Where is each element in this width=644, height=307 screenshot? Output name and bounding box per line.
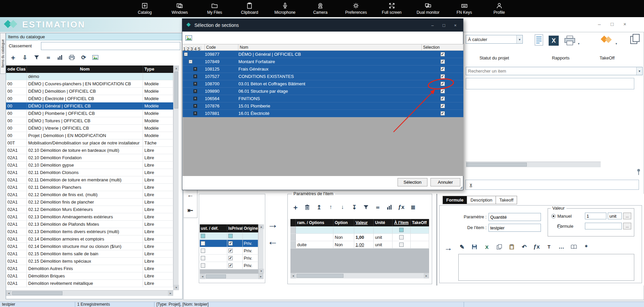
checkbox[interactable]: ✓ bbox=[228, 241, 233, 246]
section-row[interactable]: +10989006.01 Structure par étage✓ bbox=[183, 88, 463, 95]
move-up-icon[interactable]: ↑ bbox=[327, 204, 334, 211]
apply-arrow-icon[interactable]: → bbox=[444, 243, 452, 253]
scroll-down-icon[interactable]: ▼ bbox=[259, 269, 264, 273]
catalog-row[interactable]: 02A102.12 Démolition de finis ext. (mult… bbox=[6, 191, 173, 199]
print-report-icon[interactable] bbox=[564, 36, 576, 47]
catalog-row[interactable]: 02A102.15 Démolition items salle de bain… bbox=[6, 250, 173, 258]
empty-field[interactable] bbox=[466, 78, 634, 89]
checkbox[interactable] bbox=[201, 241, 205, 246]
formula-textarea[interactable] bbox=[458, 254, 634, 281]
param-row[interactable]: duiteNon1,00unit bbox=[290, 241, 429, 249]
table-row[interactable]: ✓Priv. bbox=[200, 240, 258, 247]
checkbox[interactable]: ✓ bbox=[228, 256, 233, 260]
column-header-nom[interactable]: Nom bbox=[27, 65, 143, 73]
scrollbar-thumb[interactable] bbox=[296, 274, 343, 278]
section-row[interactable]: +106564FINITIONS✓ bbox=[183, 95, 463, 102]
tree-expander-icon[interactable]: − bbox=[189, 60, 192, 63]
catalog-row[interactable]: 02A102.13 Démolition Aménagements extéri… bbox=[6, 213, 173, 221]
checkbox[interactable] bbox=[399, 243, 404, 247]
section-row[interactable]: +108125Frais Généraux✓ bbox=[183, 65, 463, 73]
topbar-item-windows[interactable]: Windows bbox=[170, 2, 190, 15]
topbar-item-fn-keys[interactable]: FN Keys bbox=[454, 2, 474, 15]
catalog-row[interactable]: 00Projet | Démolition | EN MODIFICATIONM… bbox=[6, 132, 173, 139]
checkbox[interactable]: ✓ bbox=[441, 89, 445, 93]
formule-more-button[interactable]: ... bbox=[623, 223, 631, 229]
checkbox[interactable] bbox=[399, 235, 404, 239]
catalog-row[interactable]: 00DÉMO | Toitures | OFFICIEL CBModèle bbox=[6, 117, 173, 125]
catalog-row[interactable]: 02A102.12 Démolition Murs ExtérieursLibr… bbox=[6, 206, 173, 213]
vertical-scrollbar[interactable]: ▲ ▼ bbox=[258, 224, 264, 273]
horizontal-scrollbar[interactable]: ◄ ► bbox=[200, 273, 264, 279]
unit-more-button[interactable]: ... bbox=[623, 213, 631, 219]
tree-expander-icon[interactable]: + bbox=[193, 97, 197, 100]
checkbox[interactable]: ✓ bbox=[441, 59, 445, 64]
scrollbar-thumb[interactable] bbox=[174, 72, 178, 108]
tab-formule[interactable]: Formule bbox=[443, 196, 467, 204]
checkbox[interactable] bbox=[201, 234, 205, 238]
more-icon[interactable]: … bbox=[558, 243, 565, 251]
report-document-icon[interactable] bbox=[535, 34, 543, 47]
excel-icon[interactable]: X bbox=[483, 243, 491, 251]
save-icon[interactable] bbox=[471, 243, 478, 251]
horizontal-scrollbar[interactable] bbox=[466, 162, 601, 167]
checkbox[interactable]: ✓ bbox=[441, 82, 445, 86]
catalog-row[interactable]: 02A1Démolition revêtement métalliqueLibr… bbox=[6, 280, 173, 287]
column-header-code[interactable]: ode Clas bbox=[6, 65, 27, 73]
column-header[interactable]: Option bbox=[333, 219, 354, 226]
undo-icon[interactable]: ↶ bbox=[520, 243, 528, 251]
tree-expander-icon[interactable]: − bbox=[184, 52, 188, 56]
search-chevron-icon[interactable]: ▾ bbox=[636, 67, 642, 75]
param-row[interactable]: Non1,00unit bbox=[290, 234, 429, 241]
add-item-icon[interactable]: ＋ bbox=[9, 54, 17, 61]
highlight-icon[interactable]: ＊ bbox=[583, 243, 590, 251]
topbar-item-camera[interactable]: Camera bbox=[310, 2, 330, 15]
tree-expander-icon[interactable]: + bbox=[193, 67, 197, 71]
refresh-icon[interactable]: ⟳ bbox=[80, 54, 87, 61]
topbar-item-profile[interactable]: Profile bbox=[489, 2, 509, 15]
checkbox[interactable] bbox=[399, 228, 404, 232]
column-header-type[interactable]: Type bbox=[143, 65, 173, 73]
minimize-button[interactable]: – bbox=[593, 19, 606, 28]
statut-combo[interactable]: À calculer ▾ bbox=[466, 35, 523, 44]
takeoff-menu-chevron-icon[interactable]: ▾ bbox=[614, 42, 618, 45]
import-icon[interactable]: ⇩ bbox=[21, 54, 29, 61]
takeoff-icon[interactable] bbox=[600, 34, 613, 46]
column-header[interactable]: ust. / déf. bbox=[200, 224, 227, 232]
catalog-row[interactable]: 00TMobilisation/Démobilisation sur place… bbox=[6, 139, 173, 147]
checkbox[interactable]: ✓ bbox=[441, 96, 445, 101]
scroll-left-icon[interactable]: ◄ bbox=[290, 273, 296, 278]
checkbox[interactable]: ✓ bbox=[228, 249, 233, 253]
filter-icon[interactable] bbox=[362, 204, 370, 211]
column-header[interactable]: Valeur bbox=[354, 219, 374, 226]
scroll-left-icon[interactable]: ◄ bbox=[6, 291, 11, 296]
catalog-row[interactable]: 02A102.10 Démolition gypseLibre bbox=[6, 162, 173, 169]
checkbox[interactable]: ✓ bbox=[228, 263, 233, 268]
cancel-button[interactable]: Annuler bbox=[430, 178, 460, 186]
paste-icon[interactable] bbox=[508, 243, 515, 251]
catalog-row[interactable]: 00DÉMO | Électricité | OFFICIEL CBModèle bbox=[6, 95, 173, 102]
column-header-nom[interactable]: Nom bbox=[238, 44, 422, 50]
level-header[interactable] bbox=[201, 44, 205, 50]
tree-expander-icon[interactable]: + bbox=[193, 89, 197, 93]
filter-icon[interactable] bbox=[33, 54, 40, 61]
tab-takeoff[interactable]: Takeoff bbox=[496, 196, 517, 204]
de-litem-input[interactable] bbox=[489, 224, 541, 232]
column-header[interactable]: TakeOff bbox=[411, 219, 429, 226]
catalog-row[interactable]: 02A102.11 Démolition PlanchersLibre bbox=[6, 184, 173, 191]
move-top-icon[interactable]: ↥ bbox=[315, 204, 323, 211]
topbar-item-clipboard[interactable]: Clipboard bbox=[239, 2, 260, 15]
delete-param-icon[interactable] bbox=[304, 204, 311, 211]
checkbox[interactable] bbox=[201, 263, 205, 268]
checkbox[interactable]: ✓ bbox=[441, 74, 445, 79]
catalog-row[interactable]: 02A102.15 Démolition items spéciauxLibre bbox=[6, 258, 173, 265]
dialog-minimize-button[interactable]: – bbox=[427, 21, 438, 29]
checkbox[interactable]: ✓ bbox=[441, 67, 445, 71]
catalog-row[interactable]: 02A102.11 Démolition CloisonsLibre bbox=[6, 169, 173, 176]
checkbox[interactable] bbox=[201, 249, 205, 253]
topbar-item-dual-monitor[interactable]: Dual monitor bbox=[417, 2, 440, 15]
add-param-icon[interactable]: ＋ bbox=[292, 204, 299, 211]
sort-icon[interactable]: ＝ bbox=[374, 204, 381, 211]
dialog-titlebar[interactable]: Sélection de sections – □ × bbox=[182, 19, 463, 32]
classement-input[interactable] bbox=[41, 42, 180, 50]
topbar-item-catalog[interactable]: Catalog bbox=[135, 2, 155, 15]
